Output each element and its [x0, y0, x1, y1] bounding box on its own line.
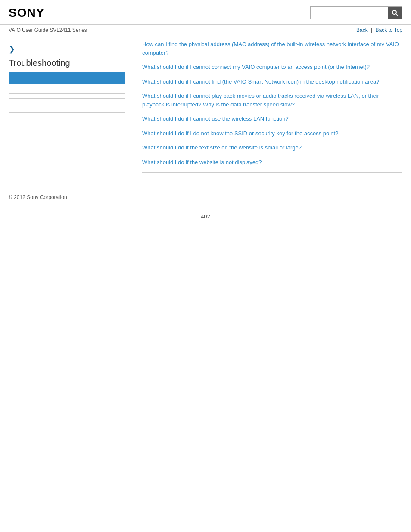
sidebar-title: Troubleshooting — [9, 58, 125, 68]
sidebar-divider-3 — [9, 98, 125, 99]
nav-links: Back | Back to Top — [356, 27, 402, 33]
sidebar-divider-4 — [9, 103, 125, 103]
sidebar-divider-1 — [9, 89, 125, 89]
sony-logo: SONY — [9, 6, 44, 20]
main-content: How can I find the physical address (MAC… — [134, 40, 402, 177]
nav-bar: VAIO User Guide SVL2411 Series Back | Ba… — [0, 25, 411, 36]
search-input[interactable] — [311, 7, 388, 19]
link-item-5[interactable]: What should I do if I do not know the SS… — [142, 129, 402, 138]
link-item-3[interactable]: What should I do if I cannot play back m… — [142, 92, 402, 109]
back-to-top-link[interactable]: Back to Top — [376, 27, 402, 33]
page-content: ❯ Troubleshooting How can I find the phy… — [0, 36, 411, 186]
svg-point-0 — [392, 10, 396, 14]
link-item-6[interactable]: What should I do if the text size on the… — [142, 143, 402, 152]
sidebar-arrow-icon: ❯ — [9, 44, 125, 54]
link-item-7[interactable]: What should I do if the website is not d… — [142, 158, 402, 167]
link-item-1[interactable]: What should I do if I cannot connect my … — [142, 63, 402, 72]
link-item-4[interactable]: What should I do if I cannot use the wir… — [142, 115, 402, 123]
nav-separator: | — [371, 27, 372, 33]
search-box — [310, 6, 402, 19]
search-button[interactable] — [388, 7, 402, 19]
link-item-2[interactable]: What should I do if I cannot find (the V… — [142, 78, 402, 86]
copyright: © 2012 Sony Corporation — [0, 186, 411, 205]
sidebar: ❯ Troubleshooting — [9, 40, 134, 177]
sidebar-active-item[interactable] — [9, 72, 125, 84]
sidebar-divider-6 — [9, 112, 125, 113]
guide-title: VAIO User Guide SVL2411 Series — [9, 27, 87, 33]
svg-line-1 — [396, 14, 398, 16]
sidebar-divider-5 — [9, 108, 125, 108]
content-divider — [142, 172, 402, 173]
page-number: 402 — [0, 205, 411, 228]
back-link[interactable]: Back — [356, 27, 368, 33]
sidebar-divider-2 — [9, 93, 125, 94]
link-item-0[interactable]: How can I find the physical address (MAC… — [142, 40, 402, 57]
page-header: SONY — [0, 0, 411, 25]
search-icon — [392, 9, 399, 16]
